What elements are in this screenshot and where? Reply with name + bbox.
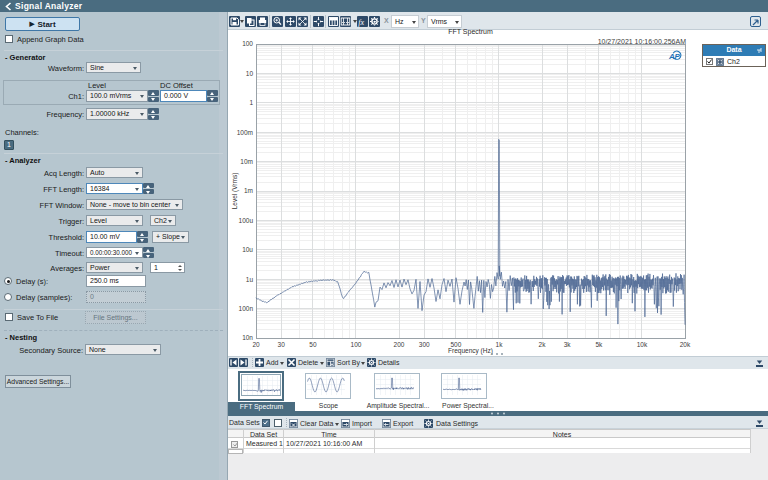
svg-text:50: 50 <box>309 341 317 348</box>
svg-text:10n: 10n <box>242 334 253 341</box>
svg-text:20: 20 <box>252 341 260 348</box>
svg-text:5k: 5k <box>595 341 603 348</box>
svg-text:30: 30 <box>278 341 286 348</box>
svg-text:300: 300 <box>419 341 430 348</box>
svg-text:3k: 3k <box>564 341 572 348</box>
svg-text:10: 10 <box>246 70 254 77</box>
svg-text:200: 200 <box>394 341 405 348</box>
svg-text:10/27/2021 10:16:00.256AM: 10/27/2021 10:16:00.256AM <box>598 38 687 45</box>
svg-text:100u: 100u <box>239 217 254 224</box>
svg-text:Level (Vrms): Level (Vrms) <box>231 173 239 210</box>
svg-text:100: 100 <box>242 40 253 47</box>
svg-text:1m: 1m <box>244 187 253 194</box>
svg-text:Frequency (Hz): Frequency (Hz) <box>448 347 493 355</box>
svg-text:100: 100 <box>351 341 362 348</box>
svg-text:10m: 10m <box>240 158 253 165</box>
svg-text:1k: 1k <box>496 341 504 348</box>
svg-text:1u: 1u <box>246 276 254 283</box>
svg-text:20k: 20k <box>680 341 691 348</box>
svg-text:100m: 100m <box>237 129 253 136</box>
svg-text:10k: 10k <box>637 341 648 348</box>
svg-text:1: 1 <box>249 99 253 106</box>
svg-text:10u: 10u <box>242 246 253 253</box>
svg-text:FFT Spectrum: FFT Spectrum <box>448 28 493 36</box>
svg-text:100n: 100n <box>239 305 254 312</box>
svg-text:2k: 2k <box>539 341 547 348</box>
